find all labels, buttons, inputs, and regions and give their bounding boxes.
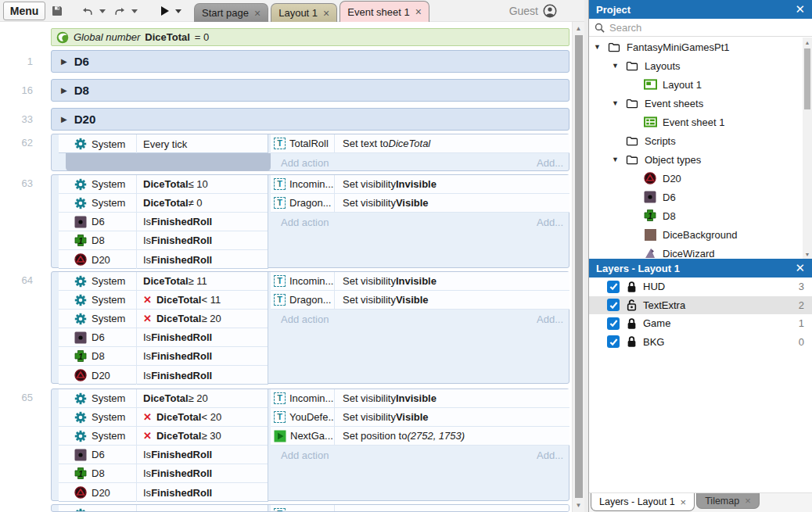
- play-button[interactable]: [159, 2, 171, 20]
- close-icon[interactable]: ✕: [795, 2, 805, 16]
- add-action-row[interactable]: Add actionAdd...: [271, 310, 569, 328]
- tab-close-icon[interactable]: ×: [323, 8, 329, 19]
- expand-arrow-icon[interactable]: ▼: [612, 156, 625, 163]
- event-block-65[interactable]: SystemDiceTotal ≥ 20System✕DiceTotal < 2…: [51, 388, 569, 501]
- condition-row[interactable]: D20Is FinishedRoll: [59, 366, 268, 385]
- tab-close-icon[interactable]: ×: [745, 496, 751, 506]
- action-row[interactable]: TYouDefe...Set visibility Visible: [271, 408, 569, 427]
- condition-row[interactable]: SystemDiceTotal ≥ 20: [59, 389, 268, 408]
- event-block-64[interactable]: SystemDiceTotal ≥ 11System✕DiceTotal < 1…: [51, 271, 569, 384]
- search-input[interactable]: [609, 22, 758, 34]
- scroll-down-icon[interactable]: ▼: [803, 249, 812, 259]
- tree-item-dicewizard[interactable]: DiceWizard: [589, 244, 802, 259]
- expand-arrow-icon[interactable]: ▼: [612, 62, 625, 70]
- collapse-arrow-icon[interactable]: ▶: [61, 57, 67, 66]
- tree-item-d8[interactable]: 1D8: [589, 206, 802, 225]
- condition-row[interactable]: 1D8Is FinishedRoll: [59, 464, 268, 483]
- layer-visible-checkbox[interactable]: [607, 299, 620, 311]
- tree-item-event-sheets[interactable]: ▼Event sheets: [589, 94, 802, 113]
- tab-close-icon[interactable]: ×: [254, 8, 260, 19]
- tab-close-icon[interactable]: ×: [681, 497, 687, 507]
- undo-button[interactable]: [78, 2, 97, 20]
- layer-visible-checkbox[interactable]: [607, 281, 620, 293]
- group-d20[interactable]: ▶D20: [51, 108, 569, 131]
- expand-arrow-icon[interactable]: ▼: [594, 43, 607, 51]
- expand-arrow-icon[interactable]: ▼: [612, 99, 625, 107]
- action-row[interactable]: TDragon...Set visibility Visible: [271, 291, 569, 310]
- lock-closed-icon[interactable]: [626, 281, 637, 293]
- condition-row[interactable]: 1D8Is FinishedRoll: [59, 347, 268, 366]
- condition-row[interactable]: D20Is FinishedRoll: [59, 483, 268, 502]
- condition-row[interactable]: System✕DiceTotal < 11: [59, 291, 268, 310]
- tree-item-dicebackground[interactable]: DiceBackground: [589, 225, 802, 244]
- add-action-row[interactable]: Add actionAdd...: [271, 213, 569, 231]
- tree-item-scripts[interactable]: Scripts: [589, 131, 802, 150]
- layer-row-textextra[interactable]: TextExtra2: [589, 296, 812, 315]
- scroll-up-icon[interactable]: ▲: [573, 23, 584, 34]
- project-tree-scrollbar[interactable]: ▲ ▼: [803, 38, 812, 259]
- close-icon[interactable]: ✕: [795, 261, 805, 275]
- add-link[interactable]: Add...: [537, 157, 563, 169]
- global-variable-row[interactable]: Global number DiceTotal = 0: [51, 28, 569, 46]
- add-link[interactable]: Add...: [537, 313, 563, 325]
- group-d8[interactable]: ▶D8: [51, 79, 569, 102]
- tree-item-d6[interactable]: D6: [589, 188, 802, 206]
- action-row[interactable]: TDragon...Set visibility Visible: [271, 194, 569, 213]
- tab-event-sheet-1[interactable]: Event sheet 1×: [340, 1, 429, 22]
- tab-layout-1[interactable]: Layout 1×: [271, 3, 337, 22]
- event-block-62[interactable]: SystemEvery tickTTotalRollSet text to Di…: [51, 134, 569, 171]
- condition-row[interactable]: SystemDiceTotal ≤ 10: [59, 175, 268, 194]
- tree-item-event-sheet-1[interactable]: Event sheet 1: [589, 113, 802, 131]
- save-button[interactable]: [49, 2, 66, 20]
- undo-dropdown[interactable]: [98, 2, 106, 20]
- scroll-up-icon[interactable]: ▲: [803, 38, 812, 47]
- lock-closed-icon[interactable]: [626, 335, 637, 348]
- tab-start-page[interactable]: Start page×: [194, 3, 268, 22]
- condition-row[interactable]: System✕DiceTotal < 20: [59, 408, 268, 427]
- action-row[interactable]: TIncomin...Set visibility Invisible: [271, 389, 569, 408]
- add-link[interactable]: Add...: [537, 449, 563, 461]
- tree-item-d20[interactable]: D20: [589, 169, 802, 188]
- condition-row[interactable]: System✕DiceTotal ≥ 20: [59, 310, 268, 328]
- condition-row[interactable]: System✕DiceTotal ≥ 30: [59, 427, 268, 446]
- condition-row[interactable]: SystemDiceTotal ≥ 11: [59, 272, 268, 291]
- selected-blank-area[interactable]: [66, 153, 271, 171]
- tree-item-object-types[interactable]: ▼Object types: [589, 150, 802, 169]
- tab-close-icon[interactable]: ×: [415, 6, 422, 17]
- layer-visible-checkbox[interactable]: [607, 335, 620, 348]
- play-dropdown[interactable]: [174, 2, 182, 20]
- condition-row[interactable]: D6Is FinishedRoll: [59, 446, 268, 464]
- condition-row[interactable]: D6Is FinishedRoll: [59, 213, 268, 231]
- menu-button[interactable]: Menu: [3, 2, 45, 20]
- condition-row[interactable]: SystemEvery tick: [59, 134, 268, 153]
- layer-row-game[interactable]: Game1: [589, 314, 812, 333]
- group-d6[interactable]: ▶D6: [51, 50, 569, 73]
- bottom-tab-tilemap[interactable]: Tilemap×: [696, 493, 760, 509]
- action-row[interactable]: TTotalRollSet text to DiceTotal: [271, 134, 569, 153]
- event-block-63[interactable]: SystemDiceTotal ≤ 10SystemDiceTotal ≠ 0D…: [51, 174, 569, 268]
- user-account[interactable]: Guest: [509, 0, 557, 22]
- scroll-down-icon[interactable]: ▼: [573, 499, 584, 511]
- add-action-row[interactable]: Add actionAdd...: [271, 153, 569, 172]
- scrollbar-thumb[interactable]: [804, 48, 810, 109]
- add-link[interactable]: Add...: [537, 217, 563, 228]
- action-row[interactable]: TIncomin...Set visibility Invisible: [271, 272, 569, 291]
- redo-dropdown[interactable]: [130, 2, 138, 20]
- condition-row[interactable]: D6Is FinishedRoll: [59, 328, 268, 347]
- collapse-arrow-icon[interactable]: ▶: [61, 86, 67, 95]
- tree-item-fantasyminigamespt1[interactable]: ▼FantasyMiniGamesPt1: [589, 38, 802, 56]
- action-row[interactable]: TIncomin...Set visibility Invisible: [271, 175, 569, 194]
- scrollbar-thumb[interactable]: [575, 35, 583, 498]
- tree-item-layout-1[interactable]: Layout 1: [589, 75, 802, 94]
- redo-button[interactable]: [110, 2, 129, 20]
- action-row[interactable]: NextGa...Set position to (2752, 1753): [271, 427, 569, 446]
- condition-row[interactable]: D20Is FinishedRoll: [59, 250, 268, 269]
- condition-row[interactable]: 1D8Is FinishedRoll: [59, 231, 268, 250]
- event-sheet-scrollbar[interactable]: ▲ ▼: [572, 22, 584, 512]
- layer-visible-checkbox[interactable]: [607, 317, 620, 330]
- layer-row-bkg[interactable]: BKG0: [589, 333, 812, 352]
- add-action-row[interactable]: Add actionAdd...: [271, 446, 569, 464]
- bottom-tab-layers-layout-1[interactable]: Layers - Layout 1×: [591, 493, 695, 511]
- lock-closed-icon[interactable]: [626, 317, 637, 330]
- collapse-arrow-icon[interactable]: ▶: [61, 115, 67, 124]
